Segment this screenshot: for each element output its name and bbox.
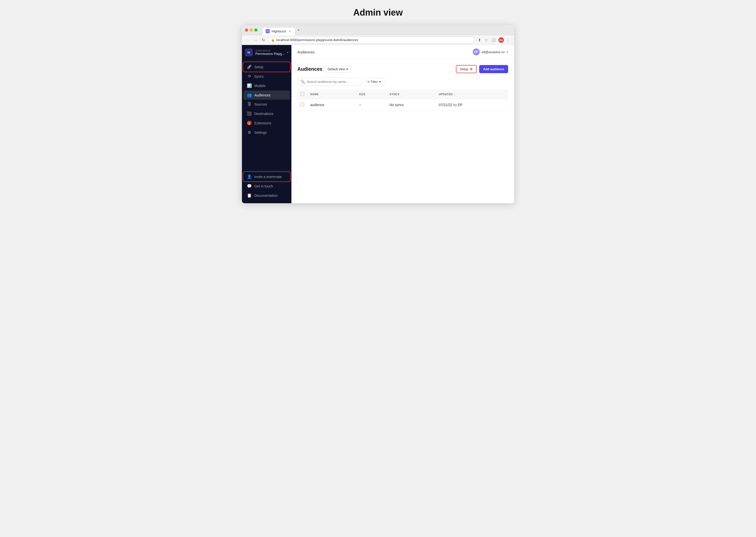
col-syncs: SYNCS	[389, 93, 399, 96]
sidebar-item-audiences[interactable]: 👥 Audiences	[244, 91, 290, 100]
setup-icon: 🚀	[247, 64, 252, 69]
traffic-lights	[245, 28, 257, 32]
setup-gear-icon: ⚙	[470, 67, 473, 71]
select-all-checkbox[interactable]	[300, 92, 304, 96]
sort-icon[interactable]: ↕	[454, 93, 455, 96]
table-row: audience -- No syncs 07/21/22 by EP	[297, 99, 508, 110]
sidebar-item-extensions[interactable]: 🎁 Extensions	[244, 118, 290, 128]
close-button[interactable]	[245, 28, 248, 32]
user-menu[interactable]: EP ed@acutulus.co ▾	[473, 49, 508, 55]
sidebar-nav: 🚀 Setup ⟳ Syncs 📊 Models 👥 Audiences	[242, 60, 291, 170]
url-text: localhost:3000/permissions-playground-4w…	[276, 38, 358, 42]
row-checkbox[interactable]	[300, 103, 304, 106]
search-icon: 🔍	[300, 80, 305, 84]
documentation-icon: 📋	[247, 193, 252, 198]
settings-icon: ⚙	[247, 130, 252, 135]
main-header: Audiences EP ed@acutulus.co ▾	[291, 45, 514, 59]
filter-button[interactable]: ≡ Filter ▾	[364, 78, 384, 86]
workspace-name: Permissions Playg...	[255, 52, 285, 56]
workspace-header[interactable]: ht WORKSPACE Permissions Playg... ▾	[242, 45, 291, 60]
tab-bar: ht Hightouch ✕ +	[262, 25, 504, 35]
sidebar-item-label: Invite a teammate	[254, 175, 282, 179]
split-view-icon[interactable]: ⬜	[490, 37, 497, 43]
sidebar-item-label: Extensions	[254, 121, 271, 125]
search-input[interactable]	[307, 80, 358, 84]
browser-window: ht Hightouch ✕ + ← → ↻ 🔒 localhost:3000/…	[242, 25, 514, 203]
user-avatar: EP	[473, 49, 480, 55]
more-options-icon[interactable]: ⋮	[506, 37, 511, 43]
sidebar-item-label: Documentation	[254, 193, 278, 197]
col-size: SIZE	[359, 93, 365, 96]
sidebar-item-documentation[interactable]: 📋 Documentation	[244, 191, 290, 200]
col-name: NAME	[310, 93, 319, 96]
view-dropdown-chevron-icon: ▾	[346, 67, 348, 71]
tab-title: Hightouch	[272, 29, 286, 33]
reload-button[interactable]: ↻	[261, 37, 266, 43]
get-in-touch-icon: 💬	[247, 184, 252, 188]
row-name[interactable]: audience	[307, 99, 356, 110]
maximize-button[interactable]	[254, 28, 257, 32]
user-menu-chevron-icon: ▾	[507, 51, 508, 54]
syncs-icon: ⟳	[247, 74, 252, 79]
invite-icon: 👤	[247, 174, 252, 179]
workspace-chevron-icon: ▾	[287, 51, 289, 54]
sidebar-item-label: Destinations	[254, 112, 273, 116]
address-bar[interactable]: 🔒 localhost:3000/permissions-playground-…	[268, 37, 475, 44]
browser-toolbar: ← → ↻ 🔒 localhost:3000/permissions-playg…	[242, 35, 514, 45]
audiences-table: NAME SIZE SYNCS UPDATED ↕	[297, 90, 508, 110]
search-input-wrap: 🔍	[297, 78, 362, 86]
col-updated: UPDATED	[439, 93, 453, 96]
sidebar-item-label: Syncs	[254, 74, 264, 78]
secure-icon: 🔒	[271, 38, 275, 42]
audiences-actions: Setup ⚙ Add audience	[456, 65, 508, 73]
main-body: Audiences Default view ▾ Setup ⚙ Add	[291, 59, 514, 203]
filter-icon: ≡	[367, 80, 369, 84]
audiences-icon: 👥	[247, 93, 252, 98]
sidebar-item-syncs[interactable]: ⟳ Syncs	[244, 72, 290, 81]
audiences-toolbar: Audiences Default view ▾ Setup ⚙ Add	[297, 65, 508, 73]
audiences-left: Audiences Default view ▾	[297, 66, 351, 72]
app-layout: ht WORKSPACE Permissions Playg... ▾ 🚀 Se…	[242, 45, 514, 203]
workspace-logo: ht	[245, 49, 253, 56]
sidebar-item-get-in-touch[interactable]: 💬 Get in touch	[244, 182, 290, 190]
search-filter-row: 🔍 ≡ Filter ▾	[297, 78, 508, 86]
row-updated: 07/21/22 by EP	[436, 99, 508, 110]
sidebar-item-models[interactable]: 📊 Models	[244, 81, 290, 90]
sidebar-item-invite[interactable]: 👤 Invite a teammate	[244, 172, 290, 181]
active-tab[interactable]: ht Hightouch ✕	[262, 27, 295, 35]
back-button[interactable]: ←	[245, 37, 251, 43]
workspace-info: WORKSPACE Permissions Playg...	[255, 50, 285, 56]
sidebar-item-setup[interactable]: 🚀 Setup	[244, 62, 290, 71]
sidebar-item-label: Get in touch	[254, 184, 273, 188]
sidebar-item-sources[interactable]: 🗄 Sources	[244, 100, 290, 109]
browser-titlebar: ht Hightouch ✕ +	[242, 25, 514, 35]
page-title: Admin view	[353, 7, 403, 18]
filter-label: Filter	[371, 80, 378, 84]
view-dropdown[interactable]: Default view ▾	[325, 66, 351, 72]
sidebar-item-label: Setup	[254, 65, 263, 69]
user-email: ed@acutulus.co	[482, 50, 505, 54]
tab-favicon: ht	[266, 29, 270, 33]
sidebar: ht WORKSPACE Permissions Playg... ▾ 🚀 Se…	[242, 45, 291, 203]
sidebar-item-label: Settings	[254, 131, 267, 135]
breadcrumb: Audiences	[297, 50, 315, 54]
minimize-button[interactable]	[249, 28, 253, 32]
setup-button-label: Setup	[460, 67, 468, 71]
new-tab-button[interactable]: +	[295, 28, 302, 32]
sidebar-item-destinations[interactable]: ⬛ Destinations	[244, 109, 290, 118]
bookmark-icon[interactable]: ☆	[484, 37, 489, 43]
add-audience-button[interactable]: Add audience	[479, 65, 508, 73]
browser-user-avatar[interactable]: Ed	[499, 37, 504, 43]
forward-button[interactable]: →	[253, 37, 259, 43]
setup-button[interactable]: Setup ⚙	[456, 65, 477, 73]
extensions-icon: 🎁	[247, 121, 252, 125]
main-content: Audiences EP ed@acutulus.co ▾ Audiences	[291, 45, 514, 203]
workspace-label: WORKSPACE	[255, 50, 285, 52]
share-icon[interactable]: ⬆	[477, 37, 482, 43]
toolbar-actions: ⬆ ☆ ⬜ Ed ⋮	[477, 37, 511, 43]
tab-close-icon[interactable]: ✕	[288, 29, 292, 33]
sidebar-item-settings[interactable]: ⚙ Settings	[244, 128, 290, 137]
models-icon: 📊	[247, 83, 252, 88]
row-syncs: No syncs	[386, 99, 436, 110]
sidebar-item-label: Audiences	[254, 93, 270, 97]
